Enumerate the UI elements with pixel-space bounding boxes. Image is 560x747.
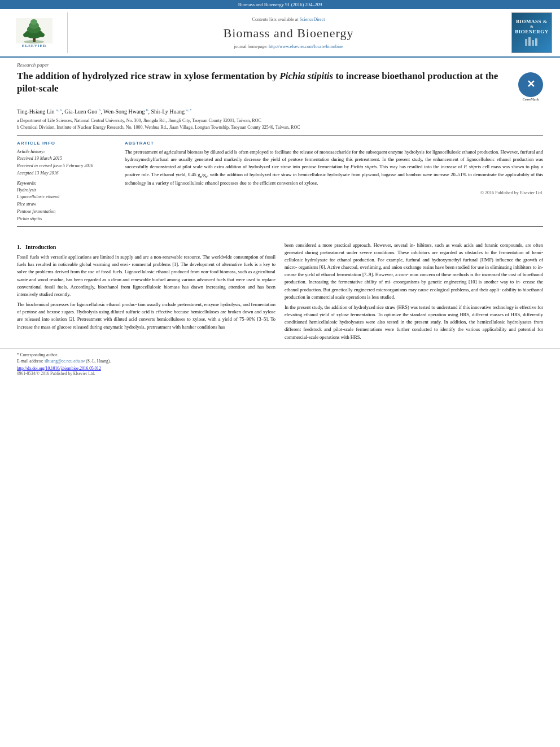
email-link[interactable]: slhuang@cc.ncu.edu.tw xyxy=(45,359,85,364)
logo-line2: BIOENERGY xyxy=(515,29,549,34)
divider-bottom xyxy=(17,226,543,227)
logo-ampersand: & xyxy=(530,24,533,29)
sciencedirect-prefix: Contents lists available at xyxy=(252,17,300,22)
email-suffix: (S.-L. Huang). xyxy=(86,359,111,364)
section-num: 1. xyxy=(17,244,21,250)
svg-rect-11 xyxy=(532,40,534,46)
homepage-prefix: journal homepage: xyxy=(234,44,269,49)
revised: Received in revised form 5 February 2016 xyxy=(17,163,116,170)
svg-point-6 xyxy=(30,19,37,25)
svg-rect-9 xyxy=(525,39,527,46)
svg-rect-10 xyxy=(528,37,531,46)
logo-line1: BIOMASS & xyxy=(516,19,548,24)
elsevier-logo: ELSEVIER xyxy=(6,12,68,53)
affiliation-a: a Department of Life Sciences, National … xyxy=(17,117,543,124)
abstract-column: ABSTRACT The pretreatment of agricultura… xyxy=(125,141,543,222)
affiliation-b: b Chemical Division, Institute of Nuclea… xyxy=(17,124,543,131)
body-section: 1. Introduction Fossil fuels with versat… xyxy=(0,242,560,344)
body-right-column: been considered a more practical approac… xyxy=(285,242,543,344)
body-left-column: 1. Introduction Fossil fuels with versat… xyxy=(17,242,275,344)
section-title: Introduction xyxy=(25,244,56,250)
journal-homepage-line: journal homepage: http://www.elsevier.co… xyxy=(234,44,343,49)
elsevier-brand-name: ELSEVIER xyxy=(22,43,46,48)
journal-title: Biomass and Bioenergy xyxy=(224,26,354,41)
logo-graphic xyxy=(523,36,540,47)
copyright-line: © 2016 Published by Elsevier Ltd. xyxy=(125,190,543,195)
corresponding-author-note: * Corresponding author. xyxy=(17,352,543,357)
citation-bar: Biomass and Bioenergy 91 (2016) 204–209 xyxy=(0,0,560,9)
keyword-3: Rice straw xyxy=(17,201,116,208)
keywords-label: Keywords: xyxy=(17,181,116,186)
crossmark-label: CrossMark xyxy=(518,98,543,102)
svg-rect-12 xyxy=(535,38,537,46)
history-label: Article history: xyxy=(17,149,116,154)
doi-line: http://dx.doi.org/10.1016/j.biombioe.201… xyxy=(17,366,543,371)
keyword-5: Pichia stipitis xyxy=(17,216,116,223)
abstract-text: The pretreatment of agricultural biomass… xyxy=(125,148,543,187)
intro-para2: The biochemical processes for lignocellu… xyxy=(17,301,275,331)
issn-line: 0961-8534/© 2016 Published by Elsevier L… xyxy=(17,371,543,376)
crossmark-badge: ✕ CrossMark xyxy=(518,72,543,102)
journal-logo-right: BIOMASS & & BIOENERGY xyxy=(509,12,554,53)
intro-para1: Fossil fuels with versatile applications… xyxy=(17,254,275,298)
journal-header: ELSEVIER Contents lists available at Sci… xyxy=(0,9,560,58)
received-date: Received 19 March 2015 Received in revis… xyxy=(17,155,116,177)
citation-text: Biomass and Bioenergy 91 (2016) 204–209 xyxy=(238,2,322,7)
footer-section: * Corresponding author. E-mail address: … xyxy=(0,348,560,378)
keyword-2: Lignocellulosic ethanol xyxy=(17,194,116,201)
journal-center-info: Contents lists available at ScienceDirec… xyxy=(72,12,505,53)
journal-brand-logo: BIOMASS & & BIOENERGY xyxy=(511,12,552,53)
elsevier-tree-icon xyxy=(16,18,53,43)
abstract-header: ABSTRACT xyxy=(125,141,543,146)
article-title-block: The addition of hydrolyzed rice straw in… xyxy=(17,70,543,102)
email-prefix: E-mail address: xyxy=(17,359,43,364)
divider-top xyxy=(17,136,543,136)
intro-heading: 1. Introduction xyxy=(17,243,275,252)
right-para2: In the present study, the addition of hy… xyxy=(285,304,543,341)
accepted: Accepted 13 May 2016 xyxy=(17,170,116,177)
received: Received 19 March 2015 xyxy=(17,155,116,163)
article-content: Research paper The addition of hydrolyze… xyxy=(0,58,560,236)
article-info-column: ARTICLE INFO Article history: Received 1… xyxy=(17,141,116,222)
sciencedirect-link[interactable]: ScienceDirect xyxy=(300,17,325,22)
svg-point-7 xyxy=(23,33,29,37)
elsevier-tree-graphic xyxy=(16,18,53,43)
email-note: E-mail address: slhuang@cc.ncu.edu.tw (S… xyxy=(17,359,543,364)
keywords-list: Hydrolysis Lignocellulosic ethanol Rice … xyxy=(17,187,116,223)
keyword-1: Hydrolysis xyxy=(17,187,116,194)
corresponding-label: * Corresponding author. xyxy=(17,352,58,357)
keyword-4: Pentose fermentation xyxy=(17,208,116,216)
info-abstract-section: ARTICLE INFO Article history: Received 1… xyxy=(17,141,543,222)
right-para1: been considered a more practical approac… xyxy=(285,242,543,301)
svg-point-8 xyxy=(39,33,45,37)
article-info-header: ARTICLE INFO xyxy=(17,141,116,146)
affiliations-block: a Department of Life Sciences, National … xyxy=(17,117,543,131)
article-type-label: Research paper xyxy=(17,62,543,68)
journal-homepage-link[interactable]: http://www.elsevier.com/locate/biombioe xyxy=(269,44,343,49)
article-title-text: The addition of hydrolyzed rice straw in… xyxy=(17,70,513,95)
crossmark-icon: ✕ xyxy=(518,72,543,97)
authors-line: Ting-Hsiang Lin a, b, Gia-Luen Guo b, We… xyxy=(17,108,543,115)
page: Biomass and Bioenergy 91 (2016) 204–209 xyxy=(0,0,560,747)
doi-link[interactable]: http://dx.doi.org/10.1016/j.biombioe.201… xyxy=(17,366,101,371)
sciencedirect-line: Contents lists available at ScienceDirec… xyxy=(252,17,325,22)
